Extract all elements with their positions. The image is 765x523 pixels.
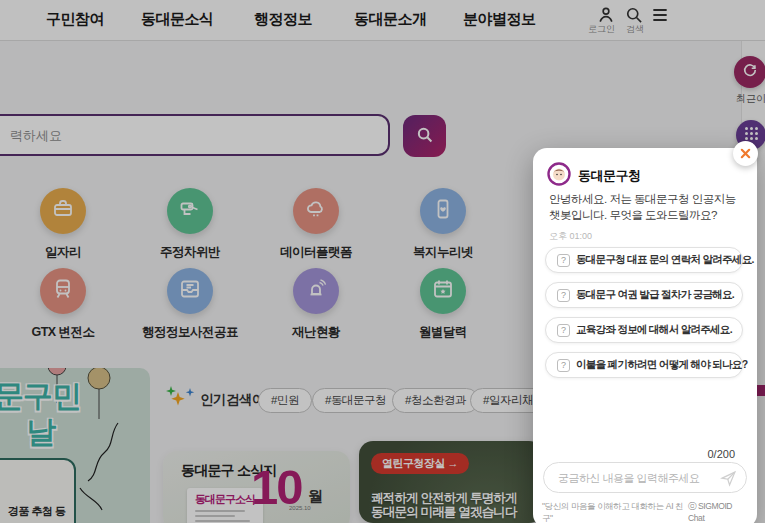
- question-icon: ?: [557, 359, 570, 372]
- chatbot-panel: 동대문구청 안녕하세요. 저는 동대문구청 인공지능 챗봇입니다. 무엇을 도와…: [533, 148, 757, 523]
- quick-reply-passport[interactable]: ? 동대문구 여권 발급 절차가 궁금해요.: [545, 282, 743, 308]
- close-icon: [740, 145, 751, 163]
- send-icon[interactable]: [720, 470, 737, 487]
- chatbot-header: 동대문구청: [547, 162, 641, 190]
- chatbot-greeting: 안녕하세요. 저는 동대문구청 인공지능 챗봇입니다. 무엇을 도와드릴까요?: [549, 191, 743, 223]
- quick-reply-education[interactable]: ? 교육강좌 정보에 대해서 알려주세요.: [545, 317, 743, 343]
- chatbot-input[interactable]: [544, 463, 746, 492]
- question-icon: ?: [557, 289, 570, 302]
- chatbot-avatar: [547, 162, 571, 190]
- chatbot-input-wrap: [543, 462, 747, 493]
- chatbot-title: 동대문구청: [578, 167, 641, 185]
- chatbot-timestamp: 오후 01:00: [549, 230, 592, 243]
- question-icon: ?: [557, 254, 570, 267]
- chatbot-footer-brand: ⓒ SIGMOID Chat: [688, 501, 748, 523]
- chatbot-quick-replies: ? 동대문구청 대표 문의 연락처 알려주세요. ? 동대문구 여권 발급 절차…: [545, 247, 743, 387]
- question-icon: ?: [557, 324, 570, 337]
- char-counter: 0/200: [707, 448, 735, 460]
- quick-reply-contact[interactable]: ? 동대문구청 대표 문의 연락처 알려주세요.: [545, 247, 743, 273]
- chatbot-close-button[interactable]: [733, 141, 758, 166]
- chatbot-footer: "당신의 마음을 이해하고 대화하는 AI 친구" ⓒ SIGMOID Chat: [533, 501, 757, 523]
- chatbot-footer-quote: "당신의 마음을 이해하고 대화하는 AI 친구": [542, 501, 688, 523]
- page: 구민참여 동대문소식 행정정보 동대문소개 분야별정보 로그인 검색: [0, 0, 765, 523]
- quick-reply-disposal[interactable]: ? 이불을 폐기하려면 어떻게 해야 되나요?: [545, 352, 743, 378]
